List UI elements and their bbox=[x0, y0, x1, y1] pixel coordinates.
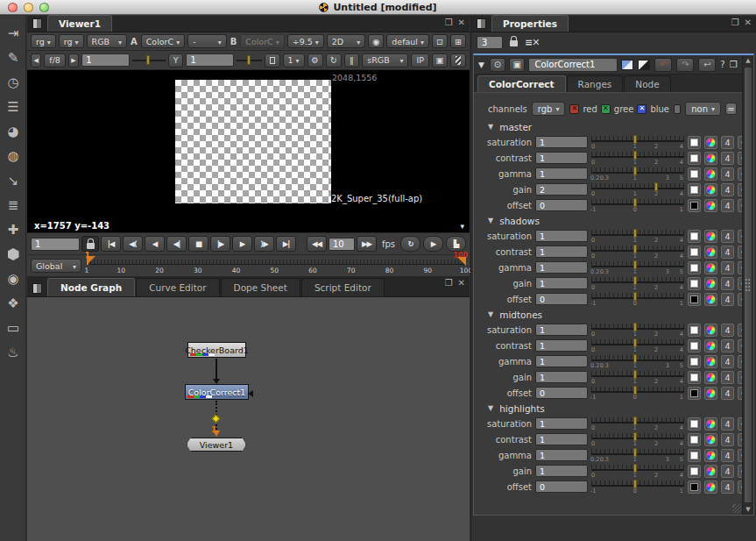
slider-handle[interactable] bbox=[633, 245, 637, 253]
saturation-expand-channels-button[interactable]: 4 bbox=[721, 324, 734, 337]
offset-input[interactable]: 0 bbox=[535, 293, 588, 305]
gain-expand-channels-button[interactable]: 4 bbox=[721, 183, 734, 196]
gain-slider[interactable]: 0124 bbox=[591, 464, 684, 479]
metadata-node-icon[interactable]: ❖ bbox=[0, 291, 26, 316]
saturation-color-swatch[interactable] bbox=[688, 136, 701, 149]
slider-handle[interactable] bbox=[633, 416, 637, 425]
channel-link-button[interactable]: = bbox=[725, 103, 737, 115]
center-node-icon[interactable]: ⊙ bbox=[490, 58, 505, 72]
gain-slider[interactable]: 0124 bbox=[591, 370, 684, 385]
tab-node-graph[interactable]: Node Graph bbox=[47, 278, 135, 296]
step-forward-button[interactable]: |▶ bbox=[210, 236, 230, 252]
slider-handle[interactable] bbox=[633, 448, 637, 457]
gain-color-swatch[interactable] bbox=[688, 465, 701, 478]
prev-keyframe-button[interactable]: ◀⟨ bbox=[123, 236, 143, 252]
saturation-color-wheel-icon[interactable] bbox=[704, 230, 717, 243]
section-header-midtones[interactable]: midtones bbox=[477, 307, 740, 322]
viewer-gamma-slider[interactable] bbox=[237, 54, 261, 67]
gree-channel-checkbox[interactable]: ✕ bbox=[601, 104, 611, 114]
input-process-order-icon[interactable]: ▣ bbox=[432, 53, 448, 68]
gamma-expand-channels-button[interactable]: 4 bbox=[721, 167, 734, 181]
max-panels-input[interactable]: 3 bbox=[477, 36, 503, 49]
saturation-slider[interactable]: 0124 bbox=[591, 416, 684, 431]
tab-viewer1[interactable]: Viewer1 bbox=[47, 15, 112, 32]
gamma-color-wheel-icon[interactable] bbox=[704, 261, 717, 274]
gamma-input[interactable]: 1 bbox=[535, 261, 588, 274]
saturation-color-swatch[interactable] bbox=[688, 324, 701, 337]
gain-color-wheel-icon[interactable] bbox=[704, 371, 717, 384]
play-backward-button[interactable]: ◀ bbox=[145, 236, 165, 252]
current-frame-input[interactable]: 1 bbox=[31, 238, 80, 251]
offset-expand-channels-button[interactable]: 4 bbox=[721, 387, 734, 400]
offset-slider[interactable]: -101 bbox=[591, 386, 684, 401]
gain-expand-channels-button[interactable]: 4 bbox=[721, 371, 734, 384]
slider-handle[interactable] bbox=[633, 292, 637, 301]
gain-color-wheel-icon[interactable] bbox=[704, 465, 717, 478]
display-channels-select[interactable]: RGB bbox=[87, 34, 127, 48]
contrast-input[interactable]: 1 bbox=[535, 339, 588, 352]
gamma-expand-channels-button[interactable]: 4 bbox=[721, 355, 734, 368]
channel-node-icon[interactable]: ☰ bbox=[0, 95, 26, 119]
close-all-panels-icon[interactable]: ≡✕ bbox=[525, 37, 539, 48]
node-graph-canvas[interactable]: CheckerBoard1 ColorCorrect1 1 Viewer1 bbox=[27, 297, 470, 541]
slider-handle[interactable] bbox=[633, 229, 637, 238]
viewer-gamma-input[interactable]: 1 bbox=[186, 53, 234, 67]
flipbook-button[interactable]: ▙ bbox=[446, 236, 466, 252]
offset-expand-channels-button[interactable]: 4 bbox=[721, 293, 734, 306]
gain-color-swatch[interactable] bbox=[688, 371, 701, 384]
monitor-node-icon[interactable]: ▣ bbox=[509, 58, 525, 72]
gamma-expand-channels-button[interactable]: 4 bbox=[721, 261, 734, 274]
contrast-color-swatch[interactable] bbox=[688, 433, 701, 446]
gamma-expand-channels-button[interactable]: 4 bbox=[721, 449, 734, 462]
gamma-color-wheel-icon[interactable] bbox=[704, 167, 717, 181]
panel-color-icon[interactable] bbox=[638, 60, 650, 70]
section-header-highlights[interactable]: highlights bbox=[477, 401, 740, 416]
saturation-slider[interactable]: 0124 bbox=[591, 323, 684, 338]
gamma-color-swatch[interactable] bbox=[688, 261, 701, 274]
offset-expand-channels-button[interactable]: 4 bbox=[721, 480, 734, 494]
goto-start-button[interactable]: |◀ bbox=[101, 236, 121, 252]
gamma-slider[interactable]: 0.20.3135 bbox=[591, 354, 684, 369]
next-keyframe-button[interactable]: ⟩▶ bbox=[254, 236, 274, 252]
mask-input-arrow[interactable] bbox=[248, 390, 253, 397]
keyer-node-icon[interactable]: ↘ bbox=[0, 168, 26, 193]
layer-a-select[interactable]: rg bbox=[31, 34, 56, 48]
slider-handle[interactable] bbox=[633, 432, 637, 441]
scroll-down-icon[interactable]: ▼ bbox=[743, 504, 753, 515]
offset-slider[interactable]: -101 bbox=[591, 292, 684, 307]
time-node-icon[interactable]: ◷ bbox=[0, 70, 26, 95]
gain-input[interactable]: 1 bbox=[535, 371, 588, 383]
pipe-checkerboard-to-colorcorrect[interactable] bbox=[215, 359, 217, 380]
contrast-slider[interactable]: 0124 bbox=[591, 338, 684, 353]
3d-node-icon[interactable] bbox=[0, 242, 26, 267]
contrast-expand-channels-button[interactable]: 4 bbox=[721, 339, 734, 352]
fps-input[interactable]: 10 bbox=[329, 238, 355, 251]
slider-handle[interactable] bbox=[633, 480, 637, 488]
color-node-icon[interactable]: ◕ bbox=[0, 119, 26, 144]
refresh-icon[interactable]: ↻ bbox=[326, 53, 342, 68]
tab-ranges[interactable]: Ranges bbox=[567, 75, 624, 92]
zoom-fit-icon[interactable]: ⊡ bbox=[432, 34, 448, 48]
float-panel-icon[interactable]: ❐ bbox=[730, 60, 738, 69]
gain-color-wheel-icon[interactable] bbox=[704, 183, 717, 196]
contrast-input[interactable]: 1 bbox=[535, 246, 588, 258]
slider-handle[interactable] bbox=[633, 260, 637, 269]
lock-panels-icon[interactable] bbox=[510, 40, 518, 46]
contrast-color-swatch[interactable] bbox=[688, 339, 701, 352]
view-mode-select[interactable]: 2D bbox=[327, 34, 365, 48]
scroll-up-icon[interactable]: ▲ bbox=[743, 55, 753, 66]
blue-channel-checkbox[interactable]: ✕ bbox=[637, 104, 646, 114]
saturation-color-wheel-icon[interactable] bbox=[704, 324, 717, 337]
saturation-input[interactable]: 1 bbox=[535, 417, 588, 430]
offset-input[interactable]: 0 bbox=[535, 480, 588, 493]
close-panel-icon[interactable]: ✕ bbox=[458, 278, 465, 288]
offset-color-wheel-icon[interactable] bbox=[704, 387, 717, 400]
contrast-expand-channels-button[interactable]: 4 bbox=[721, 433, 734, 446]
contrast-slider[interactable]: 0124 bbox=[591, 151, 684, 166]
saturation-color-wheel-icon[interactable] bbox=[704, 136, 717, 149]
monitor-output-icon[interactable] bbox=[265, 53, 280, 68]
gamma-color-swatch[interactable] bbox=[688, 449, 701, 462]
node-color-icon[interactable] bbox=[621, 60, 633, 70]
offset-color-wheel-icon[interactable] bbox=[704, 293, 717, 306]
gain-color-swatch[interactable] bbox=[688, 277, 701, 290]
